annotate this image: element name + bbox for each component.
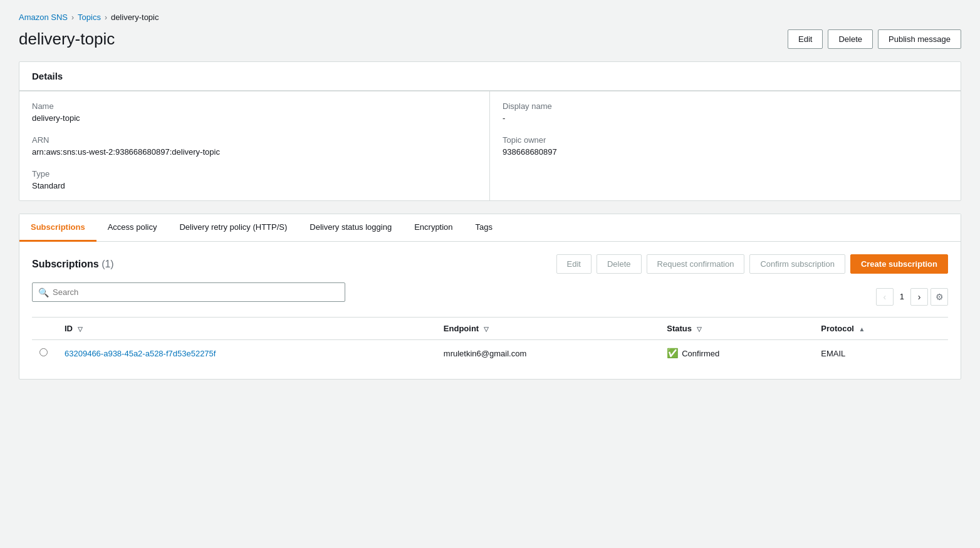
detail-type: Type Standard xyxy=(32,169,477,190)
detail-arn: ARN arn:aws:sns:us-west-2:938668680897:d… xyxy=(32,135,477,157)
detail-arn-label: ARN xyxy=(32,135,477,145)
page-title: delivery-topic xyxy=(19,29,115,49)
row-protocol: EMAIL xyxy=(813,340,948,367)
table-settings-button[interactable]: ⚙ xyxy=(930,288,948,306)
tab-encryption[interactable]: Encryption xyxy=(403,214,464,242)
breadcrumb: Amazon SNS › Topics › delivery-topic xyxy=(19,13,961,22)
detail-arn-value: arn:aws:sns:us-west-2:938668680897:deliv… xyxy=(32,147,477,157)
tab-access-policy[interactable]: Access policy xyxy=(96,214,169,242)
tabs-header: Subscriptions Access policy Delivery ret… xyxy=(19,214,961,242)
details-left: Name delivery-topic ARN arn:aws:sns:us-w… xyxy=(19,91,490,200)
pagination-controls: ‹ 1 › ⚙ xyxy=(876,288,948,306)
tab-delivery-status[interactable]: Delivery status logging xyxy=(298,214,403,242)
th-endpoint[interactable]: Endpoint ▽ xyxy=(436,318,659,340)
subscriptions-actions: Edit Delete Request confirmation Confirm… xyxy=(556,254,948,274)
table-header-row: ID ▽ Endpoint ▽ Status ▽ Protocol ▲ xyxy=(32,318,948,340)
th-id[interactable]: ID ▽ xyxy=(57,318,436,340)
detail-type-value: Standard xyxy=(32,181,477,190)
details-card: Details Name delivery-topic ARN arn:aws:… xyxy=(19,61,961,201)
row-id-link[interactable]: 63209466-a938-45a2-a528-f7d53e52275f xyxy=(65,349,216,358)
th-protocol[interactable]: Protocol ▲ xyxy=(813,318,948,340)
pagination-next-button[interactable]: › xyxy=(910,288,928,306)
detail-display-name-label: Display name xyxy=(503,101,948,111)
endpoint-sort-icon: ▽ xyxy=(484,326,489,333)
th-status[interactable]: Status ▽ xyxy=(659,318,813,340)
status-confirmed-icon: ✅ xyxy=(667,348,679,359)
detail-name: Name delivery-topic xyxy=(32,101,477,123)
search-icon: 🔍 xyxy=(38,287,49,297)
confirm-subscription-button[interactable]: Confirm subscription xyxy=(749,254,845,274)
details-right: Display name - Topic owner 938668680897 xyxy=(490,91,961,200)
subscriptions-count: (1) xyxy=(102,259,114,269)
details-grid: Name delivery-topic ARN arn:aws:sns:us-w… xyxy=(19,91,961,200)
row-id: 63209466-a938-45a2-a528-f7d53e52275f xyxy=(57,340,436,367)
search-input[interactable] xyxy=(32,282,345,302)
detail-topic-owner-label: Topic owner xyxy=(503,135,948,145)
breadcrumb-amazon-sns[interactable]: Amazon SNS xyxy=(19,13,68,22)
publish-message-button[interactable]: Publish message xyxy=(878,29,961,49)
detail-topic-owner: Topic owner 938668680897 xyxy=(503,135,948,157)
protocol-sort-icon: ▲ xyxy=(859,326,865,333)
delete-button[interactable]: Delete xyxy=(828,29,873,49)
tabs-container: Subscriptions Access policy Delivery ret… xyxy=(19,214,961,380)
tab-tags[interactable]: Tags xyxy=(464,214,504,242)
row-status: ✅ Confirmed xyxy=(659,340,813,367)
status-sort-icon: ▽ xyxy=(697,326,702,333)
tab-subscriptions[interactable]: Subscriptions xyxy=(19,214,96,242)
detail-display-name-value: - xyxy=(503,113,948,123)
table-row: 63209466-a938-45a2-a528-f7d53e52275f mru… xyxy=(32,340,948,367)
details-card-header: Details xyxy=(19,62,961,91)
row-radio[interactable] xyxy=(39,348,48,356)
detail-name-label: Name xyxy=(32,101,477,111)
request-confirmation-button[interactable]: Request confirmation xyxy=(647,254,745,274)
breadcrumb-sep-2: › xyxy=(105,13,107,22)
detail-name-value: delivery-topic xyxy=(32,113,477,123)
pagination-page-number: 1 xyxy=(896,292,908,301)
pagination-prev-button[interactable]: ‹ xyxy=(876,288,894,306)
th-select xyxy=(32,318,57,340)
subscriptions-table: ID ▽ Endpoint ▽ Status ▽ Protocol ▲ xyxy=(32,317,948,366)
header-actions: Edit Delete Publish message xyxy=(788,29,961,49)
search-container: 🔍 xyxy=(32,282,345,302)
subscriptions-delete-button[interactable]: Delete xyxy=(597,254,642,274)
create-subscription-button[interactable]: Create subscription xyxy=(850,254,948,274)
row-select-cell[interactable] xyxy=(32,340,57,367)
detail-topic-owner-value: 938668680897 xyxy=(503,147,948,157)
subscriptions-content: Subscriptions (1) Edit Delete Request co… xyxy=(19,242,961,379)
breadcrumb-current: delivery-topic xyxy=(111,13,159,22)
tab-delivery-retry[interactable]: Delivery retry policy (HTTP/S) xyxy=(168,214,298,242)
subscriptions-title-text: Subscriptions xyxy=(32,259,99,269)
detail-display-name: Display name - xyxy=(503,101,948,123)
detail-type-label: Type xyxy=(32,169,477,178)
edit-button[interactable]: Edit xyxy=(788,29,823,49)
search-and-pagination: 🔍 ‹ 1 › ⚙ xyxy=(32,282,948,311)
subscriptions-title: Subscriptions (1) xyxy=(32,259,114,270)
subscriptions-edit-button[interactable]: Edit xyxy=(556,254,592,274)
row-endpoint: mruletkin6@gmail.com xyxy=(436,340,659,367)
subscriptions-toolbar: Subscriptions (1) Edit Delete Request co… xyxy=(32,254,948,274)
id-sort-icon: ▽ xyxy=(78,326,83,333)
status-confirmed-text: Confirmed xyxy=(682,349,719,358)
breadcrumb-topics[interactable]: Topics xyxy=(78,13,101,22)
page-header: delivery-topic Edit Delete Publish messa… xyxy=(19,29,961,49)
breadcrumb-sep-1: › xyxy=(71,13,74,22)
